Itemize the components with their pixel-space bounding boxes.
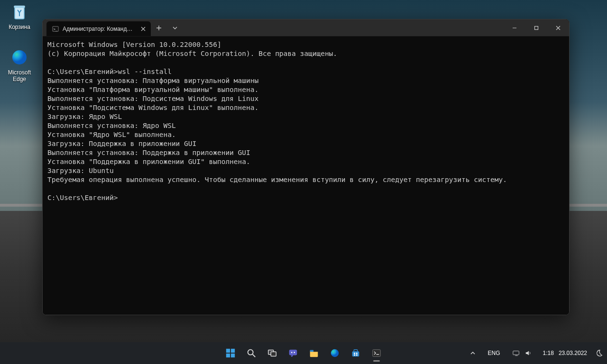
minimize-button[interactable] (504, 19, 525, 36)
taskbar-app-chat[interactable] (284, 344, 303, 363)
chevron-up-icon (470, 350, 476, 356)
svg-rect-5 (535, 26, 538, 29)
taskbar-app-store[interactable] (346, 344, 365, 363)
svg-rect-8 (226, 354, 230, 357)
svg-rect-24 (373, 350, 381, 357)
system-tray: ENG 1:18 23.03.2022 (466, 347, 604, 359)
svg-rect-13 (289, 350, 297, 355)
titlebar[interactable]: >_ Администратор: Командная ст (43, 19, 569, 36)
clock[interactable]: 1:18 23.03.2022 (541, 349, 589, 357)
svg-rect-22 (354, 355, 355, 356)
cmd-icon: >_ (52, 26, 59, 32)
terminal-output[interactable]: Microsoft Windows [Version 10.0.22000.55… (43, 36, 569, 315)
clock-date: 23.03.2022 (559, 350, 587, 356)
taskbar: ENG 1:18 23.03.2022 (0, 342, 607, 364)
desktop-icon-edge[interactable]: Microsoft Edge (2, 47, 37, 82)
clock-time: 1:18 (543, 350, 554, 356)
svg-point-14 (291, 352, 293, 353)
svg-rect-20 (354, 353, 355, 354)
svg-rect-23 (356, 355, 358, 356)
tab-title: Администратор: Командная ст (63, 26, 136, 32)
maximize-button[interactable] (525, 19, 547, 36)
svg-rect-18 (352, 351, 359, 356)
tray-network-volume[interactable] (509, 348, 536, 358)
task-view-button[interactable] (263, 344, 282, 363)
volume-icon (525, 350, 533, 356)
network-icon (513, 350, 520, 356)
svg-rect-6 (226, 349, 230, 353)
desktop-icon-label: Microsoft Edge (2, 69, 37, 82)
moon-icon (595, 349, 603, 357)
language-label: ENG (488, 350, 500, 356)
new-tab-button[interactable] (151, 19, 167, 36)
tab-dropdown-button[interactable] (167, 19, 183, 36)
start-button[interactable] (221, 344, 240, 363)
svg-point-10 (248, 350, 253, 355)
taskbar-app-terminal[interactable] (367, 344, 386, 363)
tab-close-button[interactable] (139, 25, 147, 33)
svg-rect-7 (231, 349, 235, 353)
svg-point-15 (294, 352, 295, 353)
edge-icon (9, 47, 29, 67)
desktop-icon-label: Корзина (2, 24, 37, 30)
taskbar-center (221, 344, 386, 363)
svg-rect-1 (14, 6, 25, 8)
taskbar-app-explorer[interactable] (304, 344, 323, 363)
svg-rect-12 (271, 352, 276, 356)
svg-rect-9 (231, 354, 235, 357)
recycle-bin-icon (9, 2, 29, 22)
svg-rect-25 (513, 351, 518, 355)
desktop-icon-recycle-bin[interactable]: Корзина (2, 2, 37, 30)
language-indicator[interactable]: ENG (484, 348, 504, 358)
close-button[interactable] (547, 19, 569, 36)
tab-cmd[interactable]: >_ Администратор: Командная ст (46, 21, 151, 36)
svg-point-2 (12, 50, 27, 64)
tray-overflow-button[interactable] (466, 348, 479, 358)
search-button[interactable] (242, 344, 261, 363)
svg-rect-19 (354, 350, 357, 352)
taskbar-app-edge[interactable] (325, 344, 344, 363)
svg-point-17 (331, 349, 339, 357)
svg-rect-21 (356, 353, 358, 354)
svg-text:>_: >_ (54, 27, 58, 31)
terminal-window: >_ Администратор: Командная ст Microsoft… (42, 19, 570, 315)
notifications-button[interactable] (594, 347, 604, 359)
svg-rect-16 (310, 350, 313, 352)
titlebar-drag-area[interactable] (183, 19, 504, 36)
